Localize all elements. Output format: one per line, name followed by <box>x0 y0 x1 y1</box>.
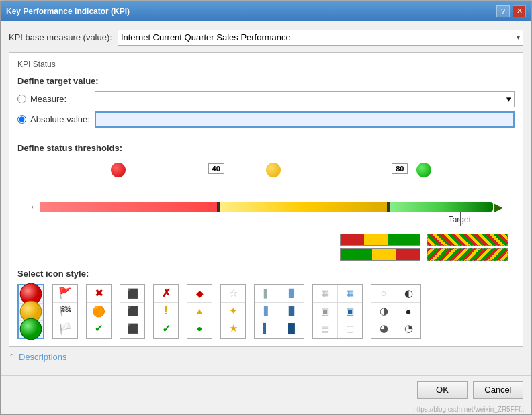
icon-bar-high-1[interactable]: ▊ <box>279 285 304 302</box>
track-green <box>390 202 493 212</box>
icon-pie-empty[interactable]: ○ <box>371 285 396 302</box>
icon-group-pies[interactable]: ○ ◑ ◕ ◐ ● ◔ <box>371 284 421 339</box>
kpi-status-title: KPI Status <box>17 60 515 69</box>
icon-green-circle-sm[interactable]: ● <box>187 320 212 337</box>
bar-seg-red2 <box>396 249 420 260</box>
icon-group-stars[interactable]: ☆ ✦ ★ <box>220 284 246 339</box>
icon-grid-full-2[interactable]: ▣ <box>338 302 362 320</box>
ok-button[interactable]: OK <box>417 381 468 399</box>
icon-full-star[interactable]: ★ <box>221 320 245 337</box>
icon-bar-high-2[interactable]: █ <box>279 302 304 320</box>
icon-grid-full-1[interactable]: ▦ <box>338 285 362 302</box>
icon-yellow-exclaim[interactable]: ! <box>154 302 178 320</box>
icon-group-shapes[interactable]: ◆ ▲ ● <box>187 284 212 339</box>
red-circle <box>111 163 126 177</box>
icon-style-section: Select icon style: <box>17 269 515 339</box>
icon-orange-circle[interactable]: 🟠 <box>87 302 111 320</box>
target-line <box>460 212 461 226</box>
divider-1 <box>17 136 515 136</box>
threshold-80-marker[interactable]: 80 <box>392 163 408 189</box>
icon-red-flag[interactable]: 🚩 <box>53 285 77 302</box>
icon-pie-three-q[interactable]: ◕ <box>371 320 396 337</box>
kpi-base-row: KPI base measure (value): Internet Curre… <box>9 30 523 46</box>
icon-green-square[interactable]: ⬛ <box>120 320 144 337</box>
icon-red-x-circle[interactable]: ✖ <box>87 285 111 302</box>
icon-group-squares[interactable]: ⬛ ⬛ ⬛ <box>120 284 145 339</box>
icon-green-check[interactable]: ✓ <box>154 320 178 337</box>
slider-container: 40 80 ← <box>24 182 508 234</box>
icon-col-pies: ○ ◑ ◕ <box>371 285 396 338</box>
measure-select-arrow-icon: ▾ <box>506 94 511 104</box>
kpi-base-select[interactable]: Internet Current Quarter Sales Performan… <box>118 30 523 46</box>
close-button[interactable]: ✕ <box>513 5 526 17</box>
slider-track[interactable] <box>40 202 493 212</box>
icon-pie-half-2[interactable]: ◐ <box>396 285 420 302</box>
icon-grid-half-1[interactable]: ▣ <box>313 302 337 320</box>
bar-seg-green <box>388 234 420 245</box>
threshold-80-label: 80 <box>392 163 408 174</box>
kpi-bar-bottom-right <box>427 248 508 261</box>
icon-group-circles[interactable] <box>17 284 44 339</box>
dialog-footer: OK Cancel <box>1 375 531 404</box>
icon-green-circle[interactable] <box>19 320 43 338</box>
icon-half-star[interactable]: ✦ <box>221 302 245 320</box>
bar-seg-green2 <box>341 249 372 260</box>
icon-green-check-circle[interactable]: ✔ <box>87 320 111 337</box>
icon-red-diamond[interactable]: ◆ <box>187 285 212 302</box>
circles-row <box>38 158 494 182</box>
icon-grid-empty-2[interactable]: ▤ <box>313 320 337 337</box>
icon-yellow-flag[interactable]: 🏁 <box>53 302 77 320</box>
icon-grid-empty-1[interactable]: ▦ <box>313 285 337 302</box>
kpi-bars-section <box>17 234 515 261</box>
help-button[interactable]: ? <box>496 5 510 17</box>
icon-bar-high-3[interactable]: █ <box>279 320 304 337</box>
measure-label: Measure: <box>30 94 91 104</box>
kpi-status-group: KPI Status Define target value: Measure:… <box>9 52 523 347</box>
absolute-row: Absolute value: 100 <box>17 111 515 128</box>
icon-yellow-triangle[interactable]: ▲ <box>187 302 212 320</box>
kpi-bar-top-right <box>427 234 508 246</box>
kpi-bar-top-left <box>340 234 420 246</box>
icon-empty-star-1[interactable]: ☆ <box>221 285 245 302</box>
title-bar: Key Performance Indicator (KPI) ? ✕ <box>1 1 531 21</box>
bar-seg-red <box>341 234 364 245</box>
absolute-input[interactable]: 100 <box>95 111 515 128</box>
icon-red-square[interactable]: ⬛ <box>120 285 144 302</box>
icon-bar-low-1[interactable]: ▌ <box>255 285 279 302</box>
absolute-radio[interactable] <box>17 115 26 124</box>
track-yellow <box>220 202 387 212</box>
descriptions-row[interactable]: ⌃ Descriptions <box>9 347 523 367</box>
kpi-base-dropdown-icon: ▾ <box>517 34 520 41</box>
icon-group-x-circles[interactable]: ✖ 🟠 ✔ <box>86 284 112 339</box>
icon-green-flag[interactable]: 🏳️ <box>53 320 77 337</box>
icon-yellow-square[interactable]: ⬛ <box>120 302 144 320</box>
icon-col-circles <box>19 285 43 338</box>
kpi-bar-pair-left <box>340 234 420 261</box>
icon-pie-full[interactable]: ● <box>396 302 420 320</box>
icon-group-grid-1[interactable]: ▦ ▣ ▤ ▦ ▣ ▢ <box>312 284 363 339</box>
icon-col-x-circles: ✖ 🟠 ✔ <box>87 285 111 338</box>
bar-seg-yellow2 <box>372 249 396 260</box>
icon-group-symbols[interactable]: ✗ ! ✓ <box>153 284 179 339</box>
watermark: https://blog.csdn.net/weixin_ZR5FFf... <box>1 404 531 414</box>
threshold-40-label: 40 <box>208 163 224 174</box>
icon-bar-low-2[interactable]: ▍ <box>255 320 279 337</box>
icon-pie-quarter[interactable]: ◔ <box>396 320 420 337</box>
measure-radio[interactable] <box>17 95 26 103</box>
measure-select[interactable]: ▾ <box>95 91 515 107</box>
icon-grid-empty-3[interactable]: ▢ <box>338 320 362 337</box>
svg-point-2 <box>20 318 42 340</box>
icon-bar-mid-1[interactable]: ▋ <box>255 302 279 320</box>
slider-arrow-right-icon: ▶ <box>494 201 502 214</box>
icon-group-bars-small[interactable]: ▌ ▋ ▍ ▊ █ █ <box>254 284 304 339</box>
cancel-button[interactable]: Cancel <box>473 381 523 399</box>
green-circle <box>416 163 431 177</box>
icon-group-flags[interactable]: 🚩 🏁 🏳️ <box>52 284 78 339</box>
icon-red-x[interactable]: ✗ <box>154 285 178 302</box>
icon-col-shapes: ◆ ▲ ● <box>187 285 212 338</box>
threshold-40-marker[interactable]: 40 <box>208 163 224 189</box>
define-target-section: Define target value: Measure: ▾ Absolute… <box>17 76 515 128</box>
icon-groups-container: 🚩 🏁 🏳️ ✖ 🟠 ✔ <box>17 284 515 339</box>
icon-pie-half[interactable]: ◑ <box>371 302 396 320</box>
slider-track-row: ← ▶ <box>30 201 502 214</box>
